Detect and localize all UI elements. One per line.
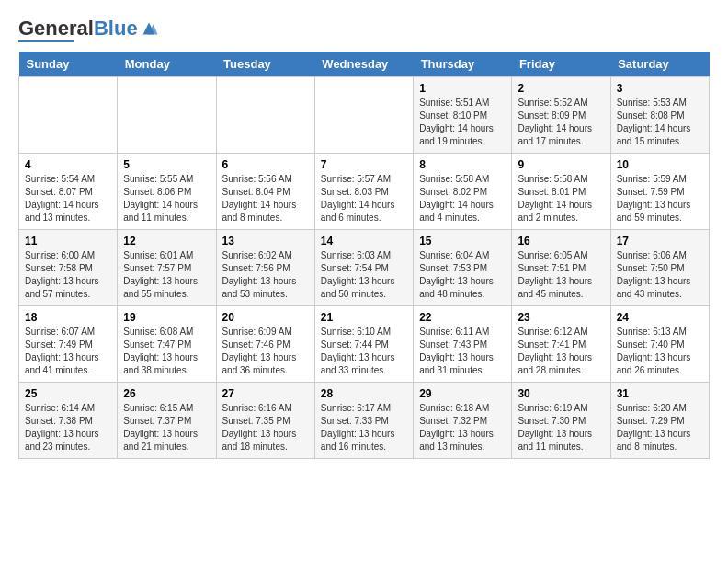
calendar-cell: 25Sunrise: 6:14 AMSunset: 7:38 PMDayligh… [19, 383, 118, 459]
calendar-cell: 12Sunrise: 6:01 AMSunset: 7:57 PMDayligh… [118, 230, 216, 306]
day-info: Sunrise: 6:11 AMSunset: 7:43 PMDaylight:… [419, 326, 506, 377]
day-info: Sunrise: 5:54 AMSunset: 8:07 PMDaylight:… [25, 173, 111, 224]
calendar-cell: 28Sunrise: 6:17 AMSunset: 7:33 PMDayligh… [314, 383, 413, 459]
week-row-5: 25Sunrise: 6:14 AMSunset: 7:38 PMDayligh… [19, 383, 710, 459]
header-thursday: Thursday [414, 52, 512, 77]
day-number: 1 [419, 82, 506, 95]
day-info: Sunrise: 6:07 AMSunset: 7:49 PMDaylight:… [25, 326, 111, 377]
day-info: Sunrise: 6:04 AMSunset: 7:53 PMDaylight:… [419, 249, 506, 301]
calendar-cell: 19Sunrise: 6:08 AMSunset: 7:47 PMDayligh… [118, 306, 216, 383]
calendar-cell: 18Sunrise: 6:07 AMSunset: 7:49 PMDayligh… [19, 306, 118, 383]
day-number: 13 [222, 235, 309, 247]
day-number: 19 [123, 311, 210, 324]
header-monday: Monday [118, 52, 216, 77]
page-header: GeneralBlue [18, 18, 710, 42]
calendar-header-row: SundayMondayTuesdayWednesdayThursdayFrid… [19, 52, 710, 77]
day-info: Sunrise: 5:56 AMSunset: 8:04 PMDaylight:… [222, 173, 309, 224]
day-info: Sunrise: 5:58 AMSunset: 8:02 PMDaylight:… [419, 173, 506, 224]
day-number: 29 [419, 387, 506, 400]
day-number: 2 [518, 82, 604, 95]
day-info: Sunrise: 6:19 AMSunset: 7:30 PMDaylight:… [518, 402, 604, 454]
day-number: 12 [123, 235, 210, 247]
day-number: 9 [518, 158, 604, 171]
logo-icon [140, 21, 158, 36]
day-info: Sunrise: 6:17 AMSunset: 7:33 PMDaylight:… [321, 402, 407, 454]
header-friday: Friday [512, 52, 610, 77]
calendar-cell: 26Sunrise: 6:15 AMSunset: 7:37 PMDayligh… [118, 383, 216, 459]
calendar-cell: 10Sunrise: 5:59 AMSunset: 7:59 PMDayligh… [610, 154, 709, 230]
day-info: Sunrise: 6:20 AMSunset: 7:29 PMDaylight:… [617, 402, 703, 454]
day-number: 7 [321, 158, 407, 171]
calendar-cell: 21Sunrise: 6:10 AMSunset: 7:44 PMDayligh… [314, 306, 413, 383]
day-info: Sunrise: 5:51 AMSunset: 8:10 PMDaylight:… [419, 97, 506, 148]
week-row-1: 1Sunrise: 5:51 AMSunset: 8:10 PMDaylight… [19, 77, 710, 154]
day-info: Sunrise: 6:12 AMSunset: 7:41 PMDaylight:… [518, 326, 604, 377]
day-number: 28 [321, 387, 407, 400]
day-number: 18 [25, 311, 111, 324]
day-info: Sunrise: 6:03 AMSunset: 7:54 PMDaylight:… [321, 249, 407, 301]
header-wednesday: Wednesday [314, 52, 413, 77]
day-number: 16 [518, 235, 604, 247]
day-number: 23 [518, 311, 604, 324]
logo-blue: Blue [94, 17, 138, 40]
header-saturday: Saturday [610, 52, 709, 77]
day-info: Sunrise: 5:58 AMSunset: 8:01 PMDaylight:… [518, 173, 604, 224]
day-info: Sunrise: 5:57 AMSunset: 8:03 PMDaylight:… [321, 173, 407, 224]
day-number: 6 [222, 158, 309, 171]
day-number: 22 [419, 311, 506, 324]
logo: GeneralBlue [18, 18, 158, 42]
day-number: 3 [617, 82, 703, 95]
day-info: Sunrise: 6:05 AMSunset: 7:51 PMDaylight:… [518, 249, 604, 301]
day-number: 21 [321, 311, 407, 324]
day-number: 24 [617, 311, 703, 324]
day-number: 20 [222, 311, 309, 324]
day-info: Sunrise: 6:18 AMSunset: 7:32 PMDaylight:… [419, 402, 506, 454]
day-number: 31 [617, 387, 703, 400]
calendar-cell: 14Sunrise: 6:03 AMSunset: 7:54 PMDayligh… [314, 230, 413, 306]
calendar-cell: 20Sunrise: 6:09 AMSunset: 7:46 PMDayligh… [216, 306, 314, 383]
calendar-cell: 1Sunrise: 5:51 AMSunset: 8:10 PMDaylight… [414, 77, 512, 154]
day-info: Sunrise: 5:53 AMSunset: 8:08 PMDaylight:… [617, 97, 703, 148]
calendar-cell: 16Sunrise: 6:05 AMSunset: 7:51 PMDayligh… [512, 230, 610, 306]
calendar-table: SundayMondayTuesdayWednesdayThursdayFrid… [18, 52, 710, 459]
day-number: 11 [25, 235, 111, 247]
day-number: 27 [222, 387, 309, 400]
week-row-4: 18Sunrise: 6:07 AMSunset: 7:49 PMDayligh… [19, 306, 710, 383]
calendar-cell: 9Sunrise: 5:58 AMSunset: 8:01 PMDaylight… [512, 154, 610, 230]
calendar-cell: 11Sunrise: 6:00 AMSunset: 7:58 PMDayligh… [19, 230, 118, 306]
day-number: 17 [617, 235, 703, 247]
day-number: 8 [419, 158, 506, 171]
day-number: 15 [419, 235, 506, 247]
calendar-cell: 22Sunrise: 6:11 AMSunset: 7:43 PMDayligh… [414, 306, 512, 383]
calendar-cell: 29Sunrise: 6:18 AMSunset: 7:32 PMDayligh… [414, 383, 512, 459]
calendar-cell: 5Sunrise: 5:55 AMSunset: 8:06 PMDaylight… [118, 154, 216, 230]
calendar-cell: 24Sunrise: 6:13 AMSunset: 7:40 PMDayligh… [610, 306, 709, 383]
calendar-cell: 4Sunrise: 5:54 AMSunset: 8:07 PMDaylight… [19, 154, 118, 230]
day-info: Sunrise: 6:10 AMSunset: 7:44 PMDaylight:… [321, 326, 407, 377]
day-number: 30 [518, 387, 604, 400]
logo-divider [18, 40, 74, 42]
day-info: Sunrise: 5:52 AMSunset: 8:09 PMDaylight:… [518, 97, 604, 148]
day-number: 26 [123, 387, 210, 400]
day-info: Sunrise: 6:09 AMSunset: 7:46 PMDaylight:… [222, 326, 309, 377]
day-number: 5 [123, 158, 210, 171]
calendar-cell [118, 77, 216, 154]
logo-general: General [18, 17, 94, 40]
calendar-cell: 17Sunrise: 6:06 AMSunset: 7:50 PMDayligh… [610, 230, 709, 306]
day-info: Sunrise: 5:59 AMSunset: 7:59 PMDaylight:… [617, 173, 703, 224]
day-info: Sunrise: 6:08 AMSunset: 7:47 PMDaylight:… [123, 326, 210, 377]
day-info: Sunrise: 6:01 AMSunset: 7:57 PMDaylight:… [123, 249, 210, 301]
calendar-cell: 2Sunrise: 5:52 AMSunset: 8:09 PMDaylight… [512, 77, 610, 154]
day-info: Sunrise: 6:06 AMSunset: 7:50 PMDaylight:… [617, 249, 703, 301]
day-number: 10 [617, 158, 703, 171]
header-tuesday: Tuesday [216, 52, 314, 77]
day-info: Sunrise: 5:55 AMSunset: 8:06 PMDaylight:… [123, 173, 210, 224]
calendar-cell: 31Sunrise: 6:20 AMSunset: 7:29 PMDayligh… [610, 383, 709, 459]
day-info: Sunrise: 6:16 AMSunset: 7:35 PMDaylight:… [222, 402, 309, 454]
calendar-cell: 6Sunrise: 5:56 AMSunset: 8:04 PMDaylight… [216, 154, 314, 230]
week-row-2: 4Sunrise: 5:54 AMSunset: 8:07 PMDaylight… [19, 154, 710, 230]
day-info: Sunrise: 6:14 AMSunset: 7:38 PMDaylight:… [25, 402, 111, 454]
week-row-3: 11Sunrise: 6:00 AMSunset: 7:58 PMDayligh… [19, 230, 710, 306]
header-sunday: Sunday [19, 52, 118, 77]
calendar-cell [216, 77, 314, 154]
